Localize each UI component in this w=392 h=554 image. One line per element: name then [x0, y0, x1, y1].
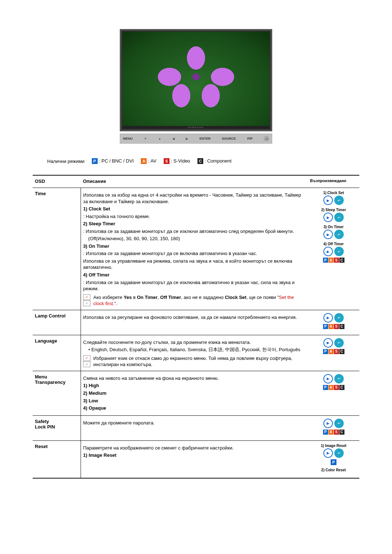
pasc-badges: P A S C — [323, 349, 344, 354]
time-note-clock: Clock Set — [225, 295, 246, 300]
language-name: Language — [33, 335, 81, 371]
mode-c-text: : Component — [204, 158, 231, 164]
badge-p-icon: P — [323, 349, 328, 354]
badge-s-icon: S — [334, 349, 339, 354]
play-lamp: ▶↵ P A S C — [310, 313, 357, 329]
monitor-button-bar: MENU ▼ ▲ ◀ ▶ ENTER SOURCE PIP ⏻ — [120, 134, 272, 144]
badge-a-icon: A — [328, 349, 334, 354]
row-time: Time Използва се за избор на една от 4 н… — [33, 188, 359, 310]
badge-a-icon: A — [328, 385, 334, 390]
play-icon: ▶ — [323, 213, 333, 222]
time-off-text: : Използва се за задаване мониторът да с… — [83, 279, 306, 292]
enter-icon: ↵ — [334, 213, 344, 222]
row-language: Language Следвайте посочените по-долу ст… — [33, 335, 359, 371]
enter-icon: ↵ — [334, 196, 344, 205]
badge-p-icon: P — [323, 430, 328, 435]
left-icon[interactable]: ◀ — [172, 137, 175, 140]
lamp-name: Lamp Control — [33, 310, 81, 335]
badge-p-icon: P — [323, 258, 328, 263]
up-icon[interactable]: ▲ — [158, 137, 161, 140]
monitor-illustration: SAMSUNG MENU ▼ ▲ ◀ ▶ ENTER SOURCE PIP ⏻ — [33, 29, 359, 144]
play-image-reset-label: 1) Image Reset — [321, 444, 347, 448]
time-off-title: 4) Off Timer — [83, 272, 306, 278]
badge-p-icon: P — [323, 324, 328, 329]
play-off-label: 4) Off Timer — [323, 242, 344, 246]
pip-button-label[interactable]: PIP — [247, 137, 253, 140]
time-note-mid1: в — [132, 295, 137, 300]
play-menu-trans: ▶↵ P A S C — [310, 374, 357, 390]
time-sleep-title: 2) Sleep Timer — [83, 221, 306, 227]
play-off: 4) Off Timer ▶↵ P A S C — [310, 242, 357, 263]
menu-trans-i2: 2) Medium — [83, 390, 306, 397]
right-icon[interactable]: ▶ — [186, 137, 188, 140]
time-note-mid2: , ако не е зададено — [181, 295, 225, 300]
badge-c-icon: C — [339, 324, 344, 329]
mode-a-icon: A — [141, 158, 147, 164]
badge-p-icon: P — [323, 385, 328, 390]
menu-button-label[interactable]: MENU — [123, 137, 133, 140]
pasc-badges: P A S C — [323, 258, 344, 263]
enter-button-label[interactable]: ENTER — [200, 137, 211, 140]
mode-a-text: : AV — [148, 158, 156, 164]
modes-label: Налични режими — [47, 159, 85, 164]
power-icon[interactable]: ⏻ — [264, 136, 269, 141]
play-icon: ▶ — [323, 230, 333, 239]
osd-table: OSD Описание Възпроизвеждане Time Използ… — [33, 175, 359, 479]
time-note-post1: , ще се появи " — [246, 295, 279, 300]
language-text: Следвайте посочените по-долу стъпки, за … — [83, 339, 306, 346]
enter-icon: ↵ — [334, 374, 344, 383]
language-note: ✓ ▭ Избраният език се отнася само до екр… — [83, 355, 306, 368]
time-sleep-text: : Използва се за задаване мониторът да с… — [83, 228, 306, 235]
time-clockset-text: : Настройка на точното време. — [83, 213, 306, 220]
lamp-text: Използва се за регулиране на фоновото ос… — [83, 314, 306, 321]
badge-c-icon: C — [339, 385, 344, 390]
time-note-pre: Ако изберете — [93, 295, 124, 300]
badge-s-icon: S — [334, 385, 339, 390]
badge-a-icon: A — [328, 324, 334, 329]
enter-icon: ↵ — [334, 313, 344, 323]
badge-c-icon: C — [339, 349, 344, 354]
source-button-label[interactable]: SOURCE — [222, 137, 236, 140]
menu-trans-text: Смяна на нивото на затъмнение на фона на… — [83, 375, 306, 382]
time-note-post2: ". — [114, 301, 117, 306]
play-on-label: 3) On Timer — [323, 225, 343, 229]
language-list: • English, Deutsch, Español, Français, I… — [83, 346, 306, 353]
pasc-badges: P A S C — [323, 430, 344, 435]
safety-name2: Lock PIN — [35, 424, 78, 430]
row-menu-transparency: Menu Transparency Смяна на нивото на зат… — [33, 371, 359, 415]
badge-s-icon: S — [334, 324, 339, 329]
enter-icon: ↵ — [334, 338, 344, 348]
page: SAMSUNG MENU ▼ ▲ ◀ ▶ ENTER SOURCE PIP ⏻ … — [0, 0, 392, 500]
reset-name: Reset — [33, 440, 81, 478]
time-clockset-title: 1) Clock Set — [83, 206, 306, 212]
head-play: Възпроизвеждане — [308, 175, 359, 188]
menu-trans-name2: Transparency — [35, 379, 78, 385]
safety-name1: Safety — [35, 419, 78, 424]
row-lamp: Lamp Control Използва се за регулиране н… — [33, 310, 359, 335]
time-note: ✓ ▭ Ако изберете Yes в On Timer, Off Tim… — [83, 294, 306, 307]
badge-c-icon: C — [339, 430, 344, 435]
time-on-text2: Използва се за управляване на режима, си… — [83, 258, 306, 271]
time-note-on: On Timer — [137, 295, 158, 300]
pasc-badges: P A S C — [323, 324, 344, 329]
menu-trans-i4: 4) Opaque — [83, 405, 306, 411]
play-on: 3) On Timer ▶↵ — [310, 225, 357, 239]
pasc-badges: P A S C — [323, 385, 344, 390]
badge-s-icon: S — [334, 430, 339, 435]
down-icon[interactable]: ▼ — [144, 137, 147, 140]
monitor-frame: SAMSUNG — [120, 29, 272, 131]
enter-icon: ↵ — [334, 419, 344, 428]
play-safety: ▶↵ P A S C — [310, 419, 357, 435]
menu-trans-i3: 3) Low — [83, 398, 306, 404]
head-desc: Описание — [81, 175, 308, 188]
time-name: Time — [33, 188, 81, 310]
badge-p-icon: P — [331, 459, 336, 465]
mode-c-icon: C — [197, 158, 203, 164]
language-note-text: Избраният език се отнася само до екранно… — [93, 355, 306, 368]
play-sleep: 2) Sleep Timer ▶↵ — [310, 208, 357, 222]
time-intro: Използва се за избор на една от 4 настро… — [83, 192, 306, 205]
enter-icon: ↵ — [334, 230, 344, 239]
menu-trans-i1: 1) High — [83, 382, 306, 389]
mode-s-icon: S — [164, 158, 170, 164]
menu-trans-name1: Menu — [35, 374, 78, 379]
